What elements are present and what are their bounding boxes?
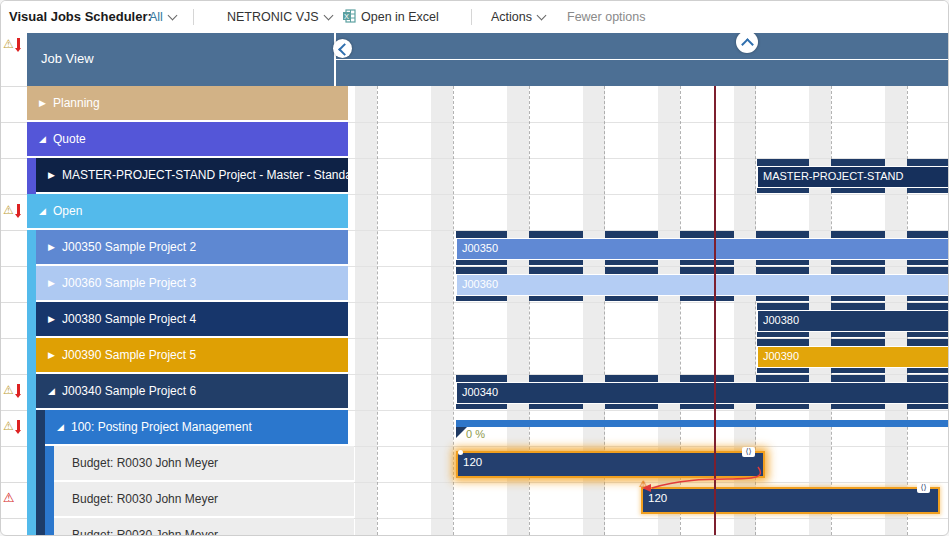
hierarchy-stripe [45, 482, 54, 518]
weekend-gap [507, 267, 529, 274]
filter-dropdown[interactable]: All [149, 1, 176, 33]
chevron-down-icon [537, 11, 547, 21]
caret-expanded-icon[interactable]: ◢ [39, 194, 53, 228]
weekend-gap [734, 375, 756, 382]
weekend-gap [885, 159, 907, 166]
open-in-excel-button[interactable]: X Open in Excel [342, 1, 439, 33]
chevron-down-icon [323, 11, 333, 21]
panel-row[interactable]: ▶MASTER-PROJECT-STAND Project - Master -… [36, 158, 348, 192]
row-separator [336, 410, 949, 411]
gutter-line [1, 410, 27, 411]
caret-collapsed-icon[interactable]: ▶ [48, 338, 62, 372]
panel-row[interactable]: ▶J00360 Sample Project 3 [36, 266, 348, 300]
gutter-line [1, 374, 27, 375]
actions-menu-button[interactable]: Actions [491, 1, 545, 33]
project-bar[interactable]: J00390 [757, 346, 949, 368]
progress-label: 0 % [466, 428, 485, 440]
summary-bar[interactable] [456, 420, 949, 427]
task-aggregate-strip [456, 267, 949, 274]
panel-row-label: J00390 Sample Project 5 [62, 348, 196, 362]
svg-text:X: X [344, 12, 349, 21]
chevron-up-icon [741, 38, 754, 51]
panel-row[interactable]: Budget: R0030 John Meyer [54, 446, 354, 480]
gutter-line [1, 194, 27, 195]
panel-row-label: J00380 Sample Project 4 [62, 312, 196, 326]
link-handle-icon[interactable]: ⟨⟩ [917, 483, 930, 493]
project-bar[interactable]: MASTER-PROJECT-STAND [757, 166, 949, 188]
weekend-band [431, 86, 453, 535]
toolbar: Visual Jobs Scheduler: All NETRONIC VJS … [1, 1, 948, 33]
task-aggregate-strip [757, 303, 949, 310]
chevron-left-icon [338, 43, 351, 56]
vjs-menu-button[interactable]: NETRONIC VJS [227, 1, 332, 33]
panel-row[interactable]: Budget: R0030 John Meyer [54, 482, 354, 516]
panel-row[interactable]: ▶J00350 Sample Project 2 [36, 230, 348, 264]
weekend-gap [809, 231, 831, 238]
caret-collapsed-icon[interactable]: ▶ [39, 86, 53, 120]
task-aggregate-strip [757, 339, 949, 346]
weekend-gap [507, 375, 529, 382]
weekend-gap [885, 303, 907, 310]
gutter-line [1, 482, 27, 483]
panel-row[interactable]: ◢Open [27, 194, 348, 228]
link-handle-icon[interactable]: ⟨⟩ [742, 447, 755, 457]
visual-jobs-scheduler-window: Visual Jobs Scheduler: All NETRONIC VJS … [0, 0, 949, 536]
gutter-line [1, 86, 27, 87]
page-title: Visual Jobs Scheduler: [9, 1, 152, 33]
weekend-gap [885, 375, 907, 382]
weekend-gap [583, 231, 605, 238]
hierarchy-stripe [27, 482, 36, 518]
caret-expanded-icon[interactable]: ◢ [39, 122, 53, 156]
project-bar[interactable]: J00380 [757, 310, 949, 332]
panel-row[interactable]: ▶Planning [27, 86, 348, 120]
scroll-left-button[interactable] [333, 39, 352, 58]
hierarchy-stripe [27, 266, 36, 302]
row-separator [336, 446, 949, 447]
hierarchy-stripe [27, 338, 36, 374]
gutter-line [1, 446, 27, 447]
fewer-options-button[interactable]: Fewer options [567, 1, 646, 33]
weekend-gap [809, 375, 831, 382]
project-bar[interactable]: J00340 [456, 382, 949, 404]
panel-row-label: Planning [53, 96, 100, 110]
drag-handle-dot[interactable] [458, 450, 463, 455]
warning-arrow-icon: ⚠ [1, 203, 25, 219]
panel-row[interactable]: Budget: R0030 John Meyer [54, 518, 354, 536]
weekend-gap [885, 339, 907, 346]
project-bar[interactable]: J00350 [456, 238, 949, 260]
weekend-gap [809, 339, 831, 346]
scroll-up-button[interactable] [736, 31, 758, 53]
caret-expanded-icon[interactable]: ◢ [48, 374, 62, 408]
panel-row[interactable]: ◢J00340 Sample Project 6 [36, 374, 348, 408]
task-aggregate-strip [456, 375, 949, 382]
caret-collapsed-icon[interactable]: ▶ [48, 302, 62, 336]
weekend-gap [809, 267, 831, 274]
panel-row-label: MASTER-PROJECT-STAND Project - Master - … [62, 168, 348, 182]
weekend-gap [734, 231, 756, 238]
row-separator [336, 194, 949, 195]
task-aggregate-strip [456, 231, 949, 238]
hierarchy-stripe [36, 410, 45, 446]
gutter-line [1, 158, 27, 159]
weekend-band [355, 86, 377, 535]
timeline-header-divider [336, 59, 949, 60]
panel-row[interactable]: ▶J00380 Sample Project 4 [36, 302, 348, 336]
panel-row[interactable]: ▶J00390 Sample Project 5 [36, 338, 348, 372]
gutter-line [1, 122, 27, 123]
warning-arrow-icon: ⚠ [1, 419, 25, 435]
caret-collapsed-icon[interactable]: ▶ [48, 266, 62, 300]
week-gridline [377, 86, 378, 535]
hierarchy-stripe [45, 446, 54, 482]
panel-row-label: J00350 Sample Project 2 [62, 240, 196, 254]
caret-expanded-icon[interactable]: ◢ [57, 410, 71, 444]
caret-collapsed-icon[interactable]: ▶ [48, 158, 62, 192]
panel-row[interactable]: ◢Quote [27, 122, 348, 156]
panel-row-label: Quote [53, 132, 86, 146]
caret-collapsed-icon[interactable]: ▶ [48, 230, 62, 264]
budget-bar[interactable]: 120 [456, 451, 765, 478]
project-bar[interactable]: J00360 [456, 274, 949, 296]
panel-row[interactable]: ◢100: Posting Project Management [45, 410, 348, 444]
weekend-gap [507, 231, 529, 238]
budget-bar[interactable]: 120 [641, 487, 940, 514]
panel-row-label: 100: Posting Project Management [71, 420, 252, 434]
